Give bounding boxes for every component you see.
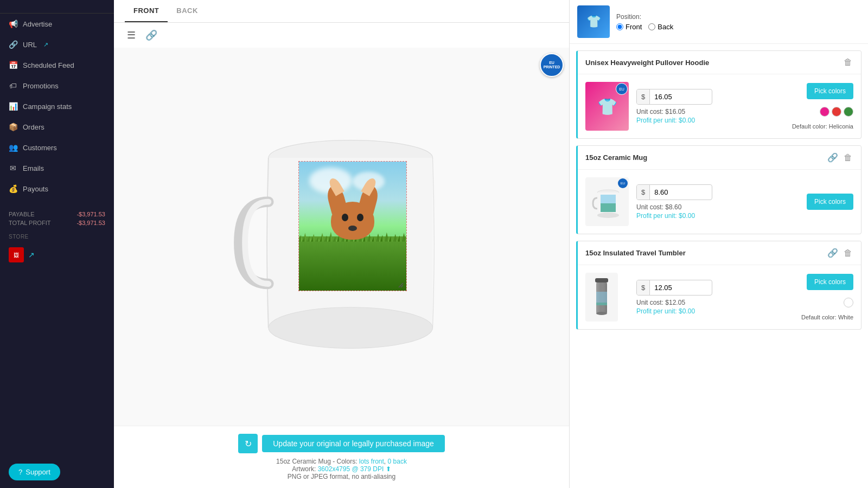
mug-image-wrap: EU [585,177,629,226]
tab-front[interactable]: FRONT [125,0,168,22]
mug-pricing: $ Unit cost: $8.60 Profit per unit: $0.0… [636,184,799,220]
link-chain-icon[interactable]: 🔗 [143,27,159,43]
position-controls: Position: Front Back [616,12,673,31]
product-card-mug: 15oz Ceramic Mug 🔗 🗑 [576,145,861,234]
product-card-body-mug: EU $ Unit cost: $8.60 Profit per unit: $… [578,170,861,234]
hoodie-price-input[interactable] [650,89,699,104]
delete-mug-button[interactable]: 🗑 [843,151,853,164]
corgi-image [299,162,406,291]
promotions-icon: 🏷 [9,81,17,90]
sidebar-item-campaign-stats[interactable]: 📊 Campaign stats [0,96,114,117]
mug-price-input[interactable] [650,185,699,200]
resize-handle[interactable] [398,282,404,288]
mug-pick-colors-button[interactable]: Pick colors [807,194,853,210]
product-actions-hoodie: 🗑 [843,56,853,68]
hoodie-image-wrap: 👕 EU [585,82,629,131]
eu-badge: EU PRINTED [540,53,564,77]
mug-small-svg [591,183,623,221]
mug-eu-badge: EU [618,178,628,188]
link-tumbler-button[interactable]: 🔗 [826,247,839,259]
hoodie-thumb-top: 👕 [577,5,610,38]
eu-badge-text: EU PRINTED [544,61,560,70]
svg-rect-12 [596,303,607,305]
swatch-red[interactable] [832,107,841,117]
sidebar-item-label: Promotions [23,82,59,90]
top-scroll-area: 👕 Position: Front Back [570,0,868,44]
canvas-area: EU PRINTED [114,48,569,426]
hoodie-image: 👕 EU [585,82,629,131]
svg-point-5 [597,213,619,218]
mug-profit: Profit per unit: $0.00 [636,212,799,220]
scheduled-feed-icon: 📅 [9,61,17,69]
product-actions-tumbler: 🔗 🗑 [826,247,853,259]
payable-value: -$3,971.53 [76,211,105,217]
svg-rect-8 [595,278,608,282]
artwork-link[interactable]: 3602x4795 @ 379 DPI [318,465,384,473]
editor-toolbar: ☰ 🔗 [114,23,569,48]
hoodie-right-actions: Pick colors Default color: Heliconia [792,83,853,130]
sidebar-item-emails[interactable]: ✉ Emails [0,158,114,178]
support-button[interactable]: ? Support [9,464,60,480]
editor-bottom-bar: ↻ Update your original or legally purcha… [114,426,569,488]
product-card-body-hoodie: 👕 EU $ Unit cost: $16.05 Profit per unit… [578,74,861,138]
upload-icon: ⬆ [386,465,391,473]
support-icon: ? [18,468,22,476]
update-btn-row: ↻ Update your original or legally purcha… [238,434,445,453]
total-profit-label: TOTAL PROFIT [9,220,50,226]
sidebar-item-scheduled-feed[interactable]: 📅 Scheduled Feed [0,55,114,75]
sidebar-item-url[interactable]: 🔗 URL ↗ [0,34,114,55]
sidebar-item-orders[interactable]: 📦 Orders [0,117,114,137]
position-front-radio[interactable]: Front [616,23,642,31]
position-back-input[interactable] [648,23,655,30]
sidebar-logo [0,0,114,14]
align-icon[interactable]: ☰ [125,27,138,43]
sidebar-item-label: Orders [23,123,44,131]
product-card-hoodie: Unisex Heavyweight Pullover Hoodie 🗑 👕 E… [576,50,861,139]
file-info-line1: 15oz Ceramic Mug - Colors: lots front, 0… [276,458,407,465]
tab-back[interactable]: BACK [168,0,207,22]
refresh-button[interactable]: ↻ [238,434,258,453]
product-card-body-tumbler: $ Unit cost: $12.05 Profit per unit: $0.… [578,265,861,329]
mug-image: EU [585,177,629,226]
svg-rect-7 [601,203,616,212]
tumbler-right-actions: Pick colors Default color: White [801,274,853,320]
tumbler-pricing: $ Unit cost: $12.05 Profit per unit: $0.… [636,280,794,315]
update-image-button[interactable]: Update your original or legally purchase… [262,435,445,452]
lots-front-link[interactable]: lots front [359,458,384,465]
mug-dollar-sign: $ [637,185,650,200]
sidebar-store[interactable]: 🖼 ↗ [0,242,114,268]
store-thumbnail: 🖼 [9,247,24,262]
sidebar-item-label: Emails [23,164,44,172]
position-front-input[interactable] [616,23,623,30]
file-format-info: PNG or JPEG format, no anti-aliasing [276,473,407,480]
hoodie-eu-badge: EU [616,83,628,95]
sidebar-item-advertise[interactable]: 📢 Advertise [0,14,114,34]
sidebar-item-label: URL [23,41,37,49]
support-label: Support [25,468,50,476]
advertise-icon: 📢 [9,20,17,28]
tumbler-pick-colors-button[interactable]: Pick colors [807,274,853,290]
delete-tumbler-button[interactable]: 🗑 [843,247,853,259]
hoodie-pick-colors-button[interactable]: Pick colors [807,83,853,99]
sidebar-item-promotions[interactable]: 🏷 Promotions [0,75,114,96]
hoodie-color-swatches [820,107,853,117]
position-back-label: Back [658,23,673,31]
product-title-mug: 15oz Ceramic Mug [585,153,647,162]
position-back-radio[interactable]: Back [648,23,673,31]
swatch-pink[interactable] [820,107,829,117]
corgi-head [331,202,374,240]
tumbler-price-input[interactable] [650,280,699,295]
hoodie-pricing: $ Unit cost: $16.05 Profit per unit: $0.… [636,89,784,124]
tumbler-dollar-sign: $ [637,280,650,295]
delete-hoodie-button[interactable]: 🗑 [843,56,853,68]
link-mug-button[interactable]: 🔗 [826,151,839,164]
swatch-white[interactable] [844,298,853,307]
swatch-green[interactable] [844,107,853,117]
mug-price-row: $ [636,184,712,200]
store-external-link-icon[interactable]: ↗ [28,251,35,259]
sidebar-item-payouts[interactable]: 💰 Payouts [0,178,114,199]
zero-back-link[interactable]: 0 back [388,458,407,465]
sidebar-item-customers[interactable]: 👥 Customers [0,137,114,158]
product-title-tumbler: 15oz Insulated Travel Tumbler [585,249,686,257]
payable-label: PAYABLE [9,211,35,217]
